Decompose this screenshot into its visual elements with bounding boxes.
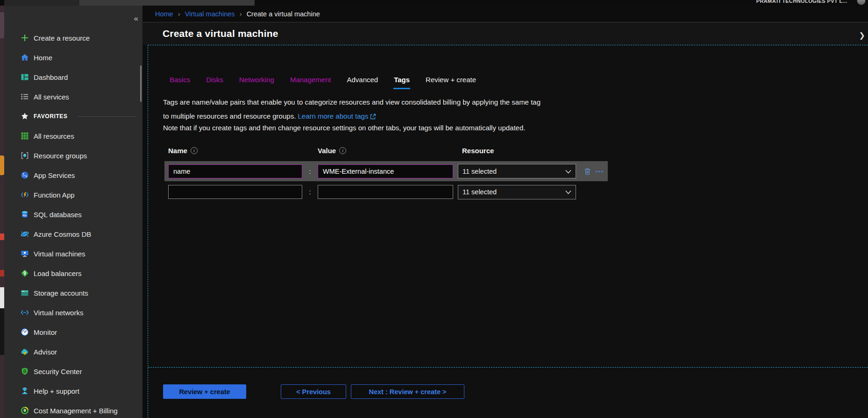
- sidebar-item-label: Virtual machines: [34, 250, 85, 258]
- virtual-networks-icon: [21, 308, 29, 317]
- tag-row-1: : 11 selected •••: [164, 161, 608, 181]
- sidebar-menu: Create a resource Home Dashboard All ser…: [4, 28, 142, 418]
- breadcrumb-separator-icon: ›: [240, 10, 242, 18]
- column-header-resource: Resource: [462, 147, 494, 155]
- home-icon: [21, 53, 29, 62]
- sidebar-item-storage-accounts[interactable]: Storage accounts: [4, 283, 142, 303]
- breadcrumb-separator-icon: ›: [178, 10, 180, 18]
- sidebar-item-monitor[interactable]: Monitor: [4, 322, 142, 342]
- tags-pane: Basics Disks Networking Management Advan…: [148, 45, 868, 418]
- sidebar-item-resource-groups[interactable]: Resource groups: [4, 146, 142, 165]
- favorites-divider: [78, 116, 136, 117]
- sidebar-item-load-balancers[interactable]: Load balancers: [4, 263, 142, 283]
- tenant-name: PRAMATI TECHNOLOGIES PVT L...: [756, 0, 847, 4]
- resource-header-label: Resource: [462, 147, 494, 155]
- sidebar-item-label: Resource groups: [34, 152, 87, 160]
- tab-networking[interactable]: Networking: [239, 76, 274, 84]
- tab-disks[interactable]: Disks: [206, 76, 223, 84]
- column-header-value: Value i: [318, 147, 346, 155]
- sidebar-collapse-icon[interactable]: «: [134, 14, 138, 23]
- sidebar-item-app-services[interactable]: App Services: [4, 165, 142, 185]
- sidebar-item-virtual-networks[interactable]: Virtual networks: [4, 303, 142, 322]
- review-create-button[interactable]: Review + create: [163, 384, 246, 399]
- chevron-down-icon: [565, 188, 571, 196]
- dock-fragment: [0, 12, 4, 38]
- dock-fragment-red: [0, 234, 4, 240]
- value-header-label: Value: [318, 147, 336, 155]
- sidebar-item-label: Storage accounts: [34, 289, 88, 297]
- top-bar: PRAMATI TECHNOLOGIES PVT L...: [0, 0, 868, 6]
- resource-dropdown[interactable]: 11 selected: [458, 164, 576, 178]
- sidebar-item-help-support[interactable]: Help + support: [4, 381, 142, 401]
- resource-dropdown[interactable]: 11 selected: [458, 185, 576, 199]
- tag-name-input-empty[interactable]: [168, 185, 302, 199]
- sidebar-item-dashboard[interactable]: Dashboard: [4, 67, 142, 87]
- chevron-right-icon[interactable]: ❯: [859, 31, 865, 40]
- name-value-separator: :: [302, 188, 318, 196]
- storage-accounts-icon: [21, 289, 29, 297]
- previous-button[interactable]: < Previous: [281, 384, 346, 399]
- top-bar-left-segment: [4, 0, 79, 6]
- tab-management[interactable]: Management: [290, 76, 331, 84]
- search-box-fragment[interactable]: [79, 0, 255, 6]
- tag-value-input-empty[interactable]: [318, 185, 453, 199]
- cost-management-billing-icon: $: [21, 406, 29, 415]
- sidebar-item-label: Monitor: [34, 328, 57, 336]
- delete-tag-button[interactable]: [583, 167, 592, 176]
- more-options-icon[interactable]: •••: [596, 169, 604, 174]
- sidebar-scrollbar-thumb[interactable]: [140, 65, 142, 102]
- sidebar-item-virtual-machines[interactable]: Virtual machines: [4, 244, 142, 263]
- sidebar-item-azure-cosmos-db[interactable]: Azure Cosmos DB: [4, 224, 142, 244]
- title-bar: Create a virtual machine: [142, 22, 868, 45]
- tab-advanced[interactable]: Advanced: [347, 76, 378, 84]
- breadcrumb-virtual-machines-link[interactable]: Virtual machines: [185, 10, 235, 18]
- tab-review-create[interactable]: Review + create: [426, 76, 476, 84]
- external-link-icon: [370, 110, 376, 124]
- favorites-label: FAVORITES: [34, 113, 68, 120]
- sidebar-item-label: All resources: [34, 132, 74, 140]
- sidebar-item-label: Load balancers: [34, 269, 82, 277]
- sidebar-item-all-resources[interactable]: All resources: [4, 126, 142, 146]
- dashboard-icon: [21, 73, 29, 81]
- tab-basics[interactable]: Basics: [170, 76, 190, 84]
- wizard-tabs: Basics Disks Networking Management Advan…: [170, 76, 476, 84]
- sidebar-section-favorites: FAVORITES: [4, 106, 142, 126]
- sidebar-item-label: Azure Cosmos DB: [34, 230, 91, 238]
- sidebar-item-security-center[interactable]: Security Center: [4, 361, 142, 381]
- tag-row-2: : 11 selected: [164, 183, 608, 201]
- resource-dropdown-value: 11 selected: [462, 188, 497, 196]
- monitor-icon: [21, 328, 29, 336]
- azure-portal-window: PRAMATI TECHNOLOGIES PVT L... « Create a…: [0, 0, 868, 418]
- info-icon[interactable]: i: [339, 147, 346, 154]
- favorites-star-icon: [21, 112, 29, 120]
- sidebar-item-advisor[interactable]: Advisor: [4, 342, 142, 361]
- sidebar-item-label: All services: [34, 93, 69, 101]
- help-support-icon: [21, 387, 29, 395]
- tag-value-input[interactable]: [318, 164, 453, 178]
- azure-cosmos-db-icon: [21, 230, 29, 238]
- account-avatar[interactable]: [857, 0, 866, 5]
- sidebar-item-label: Virtual networks: [34, 309, 83, 317]
- tags-note: Note that if you create tags and then ch…: [163, 124, 525, 132]
- page-content: Home › Virtual machines › Create a virtu…: [142, 6, 868, 418]
- desktop-dock-strip: [0, 0, 4, 418]
- sidebar-item-create-a-resource[interactable]: Create a resource: [4, 28, 142, 48]
- breadcrumb: Home › Virtual machines › Create a virtu…: [142, 6, 868, 22]
- breadcrumb-home-link[interactable]: Home: [155, 10, 173, 18]
- name-value-separator: :: [302, 168, 318, 175]
- tab-tags[interactable]: Tags: [394, 76, 410, 84]
- sidebar-item-home[interactable]: Home: [4, 48, 142, 67]
- dock-fragment-amber: [0, 156, 4, 175]
- info-icon[interactable]: i: [191, 147, 198, 154]
- sidebar-item-sql-databases[interactable]: SQL SQL databases: [4, 205, 142, 224]
- sidebar-item-label: Create a resource: [34, 34, 90, 42]
- tag-name-input[interactable]: [168, 164, 302, 178]
- learn-more-link[interactable]: Learn more about tags: [298, 112, 368, 120]
- create-resource-icon: [21, 34, 29, 42]
- name-header-label: Name: [168, 147, 187, 155]
- next-button[interactable]: Next : Review + create >: [351, 384, 464, 399]
- sidebar-item-all-services[interactable]: All services: [4, 87, 142, 106]
- sidebar-item-cost-management-billing[interactable]: $ Cost Management + Billing: [4, 401, 142, 418]
- function-app-icon: [21, 191, 29, 199]
- sidebar-item-function-app[interactable]: Function App: [4, 185, 142, 205]
